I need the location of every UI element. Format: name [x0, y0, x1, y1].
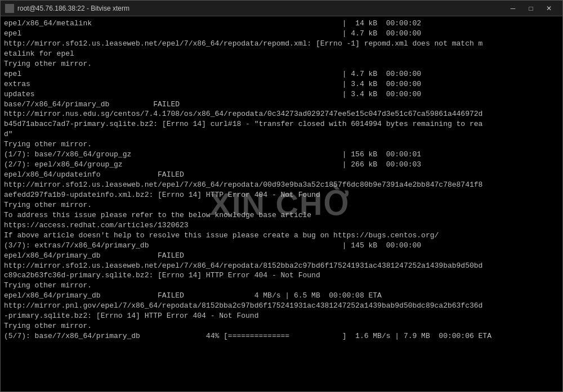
terminal-line: -primary.sqlite.bz2: [Errno 14] HTTP Err… — [4, 311, 562, 321]
app-icon — [5, 4, 14, 13]
terminal-content: epel/x86_64/metalink | 14 kB 00:00:02epe… — [4, 19, 562, 391]
terminal-line: etalink for epel — [4, 49, 562, 59]
terminal-line: aefedd297fa1b9-updateinfo.xml.bz2: [Errn… — [4, 190, 562, 200]
terminal-line: epel/x86_64/updateinfo FAILED — [4, 170, 562, 180]
titlebar: root@45.76.186.38:22 - Bitvise xterm ─ □… — [1, 1, 562, 16]
titlebar-buttons: ─ □ ✕ — [504, 3, 558, 14]
terminal-line: Trying other mirror. — [4, 59, 562, 69]
titlebar-left: root@45.76.186.38:22 - Bitvise xterm — [5, 4, 129, 13]
terminal-line: (3/7): extras/7/x86_64/primary_db | 145 … — [4, 241, 562, 251]
window-title: root@45.76.186.38:22 - Bitvise xterm — [17, 4, 129, 12]
terminal-line: (1/7): base/7/x86_64/group_gz | 156 kB 0… — [4, 150, 562, 160]
terminal-line: (5/7): base/7/x86_64/primary_db 44% [===… — [4, 331, 562, 341]
terminal-line: extras | 3.4 kB 00:00:00 — [4, 79, 562, 89]
terminal-line: epel/x86_64/primary_db FAILED 4 MB/s | 6… — [4, 291, 562, 301]
terminal-line: http://mirror.nus.edu.sg/centos/7.4.1708… — [4, 109, 562, 119]
terminal-line: Trying other mirror. — [4, 200, 562, 210]
terminal-line: epel | 4.7 kB 00:00:00 — [4, 29, 562, 39]
terminal-line: (2/7): epel/x86_64/group_gz | 266 kB 00:… — [4, 160, 562, 170]
window: root@45.76.186.38:22 - Bitvise xterm ─ □… — [0, 0, 563, 392]
terminal-line: Trying other mirror. — [4, 281, 562, 291]
terminal-line: http://mirror.pnl.gov/epel/7/x86_64/repo… — [4, 301, 562, 311]
terminal-line: epel/x86_64/metalink | 14 kB 00:00:02 — [4, 19, 562, 29]
terminal-line: b45d71abacc7ad7-primary.sqlite.bz2: [Err… — [4, 119, 562, 129]
terminal-line: If above article doesn't help to resolve… — [4, 231, 562, 241]
terminal-line: Trying other mirror. — [4, 321, 562, 331]
terminal-line: http://mirror.sfo12.us.leaseweb.net/epel… — [4, 180, 562, 190]
terminal-line: http://mirror.sfo12.us.leaseweb.net/epel… — [4, 261, 562, 271]
terminal-line: epel | 4.7 kB 00:00:00 — [4, 69, 562, 79]
terminal-line: c89ca2b63fc36d-primary.sqlite.bz2: [Errn… — [4, 271, 562, 281]
minimize-button[interactable]: ─ — [504, 3, 522, 14]
terminal-line: epel/x86_64/primary_db FAILED — [4, 251, 562, 261]
terminal-line: http://mirror.sfo12.us.leaseweb.net/epel… — [4, 39, 562, 49]
terminal-line: d" — [4, 129, 562, 139]
terminal-line: https://access.redhat.com/articles/13206… — [4, 220, 562, 231]
terminal-line: updates | 3.4 kB 00:00:00 — [4, 89, 562, 100]
terminal-line: To address this issue please refer to th… — [4, 210, 562, 220]
terminal-line: Trying other mirror. — [4, 139, 562, 150]
maximize-button[interactable]: □ — [522, 3, 540, 14]
terminal: XIN CHỜ epel/x86_64/metalink | 14 kB 00:… — [1, 16, 562, 391]
close-button[interactable]: ✕ — [540, 3, 558, 14]
terminal-line: base/7/x86_64/primary_db FAILED — [4, 100, 562, 110]
